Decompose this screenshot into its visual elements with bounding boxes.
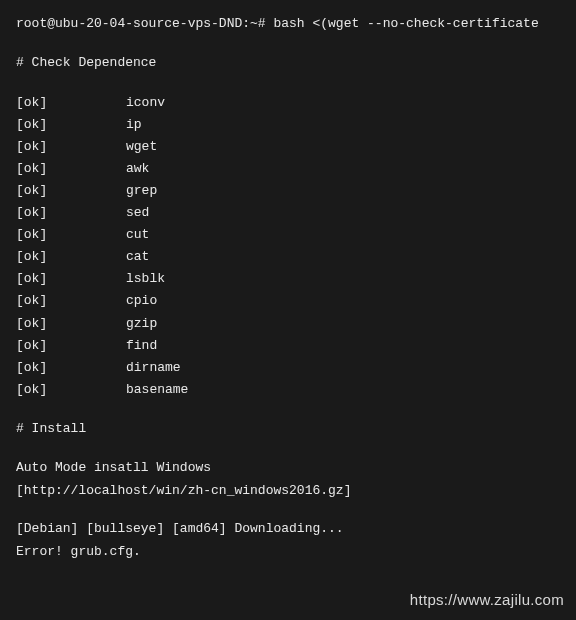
dep-row: [ok]sed bbox=[16, 202, 560, 224]
dep-name: cut bbox=[126, 224, 149, 246]
dep-status: [ok] bbox=[16, 224, 126, 246]
dep-name: sed bbox=[126, 202, 149, 224]
dep-status: [ok] bbox=[16, 202, 126, 224]
dep-name: wget bbox=[126, 136, 157, 158]
dep-row: [ok]cat bbox=[16, 246, 560, 268]
dep-status: [ok] bbox=[16, 335, 126, 357]
dep-status: [ok] bbox=[16, 268, 126, 290]
dep-row: [ok]wget bbox=[16, 136, 560, 158]
dep-name: grep bbox=[126, 180, 157, 202]
dep-row: [ok]awk bbox=[16, 158, 560, 180]
dep-status: [ok] bbox=[16, 114, 126, 136]
dep-status: [ok] bbox=[16, 158, 126, 180]
dep-row: [ok]cpio bbox=[16, 290, 560, 312]
dep-name: cpio bbox=[126, 290, 157, 312]
prompt-full: root@ubu-20-04-source-vps-DND:~# bash <(… bbox=[16, 16, 539, 31]
dep-row: [ok]dirname bbox=[16, 357, 560, 379]
shell-prompt-line: root@ubu-20-04-source-vps-DND:~# bash <(… bbox=[16, 14, 560, 35]
error-line: Error! grub.cfg. bbox=[16, 542, 560, 563]
dep-row: [ok]grep bbox=[16, 180, 560, 202]
watermark: https://www.zajilu.com bbox=[410, 588, 564, 612]
dep-row: [ok]find bbox=[16, 335, 560, 357]
install-header: # Install bbox=[16, 419, 560, 440]
dep-name: lsblk bbox=[126, 268, 165, 290]
dep-row: [ok]cut bbox=[16, 224, 560, 246]
dep-status: [ok] bbox=[16, 313, 126, 335]
dep-name: basename bbox=[126, 379, 188, 401]
dep-status: [ok] bbox=[16, 379, 126, 401]
install-section: # Install Auto Mode insatll Windows [htt… bbox=[16, 419, 560, 563]
dep-row: [ok]basename bbox=[16, 379, 560, 401]
dep-row: [ok]ip bbox=[16, 114, 560, 136]
dep-name: gzip bbox=[126, 313, 157, 335]
download-line: [Debian] [bullseye] [amd64] Downloading.… bbox=[16, 519, 560, 540]
dep-row: [ok]iconv bbox=[16, 92, 560, 114]
check-dependence-header: # Check Dependence bbox=[16, 53, 560, 74]
dep-name: dirname bbox=[126, 357, 181, 379]
dep-row: [ok]gzip bbox=[16, 313, 560, 335]
dependence-table: [ok]iconv [ok]ip [ok]wget [ok]awk [ok]gr… bbox=[16, 92, 560, 401]
dep-status: [ok] bbox=[16, 180, 126, 202]
dep-name: iconv bbox=[126, 92, 165, 114]
dep-status: [ok] bbox=[16, 92, 126, 114]
dep-name: find bbox=[126, 335, 157, 357]
install-url: [http://localhost/win/zh-cn_windows2016.… bbox=[16, 481, 560, 502]
auto-mode-line: Auto Mode insatll Windows bbox=[16, 458, 560, 479]
dep-status: [ok] bbox=[16, 136, 126, 158]
dep-name: awk bbox=[126, 158, 149, 180]
dep-name: ip bbox=[126, 114, 142, 136]
dep-status: [ok] bbox=[16, 357, 126, 379]
dep-name: cat bbox=[126, 246, 149, 268]
dep-status: [ok] bbox=[16, 290, 126, 312]
dep-row: [ok]lsblk bbox=[16, 268, 560, 290]
dep-status: [ok] bbox=[16, 246, 126, 268]
